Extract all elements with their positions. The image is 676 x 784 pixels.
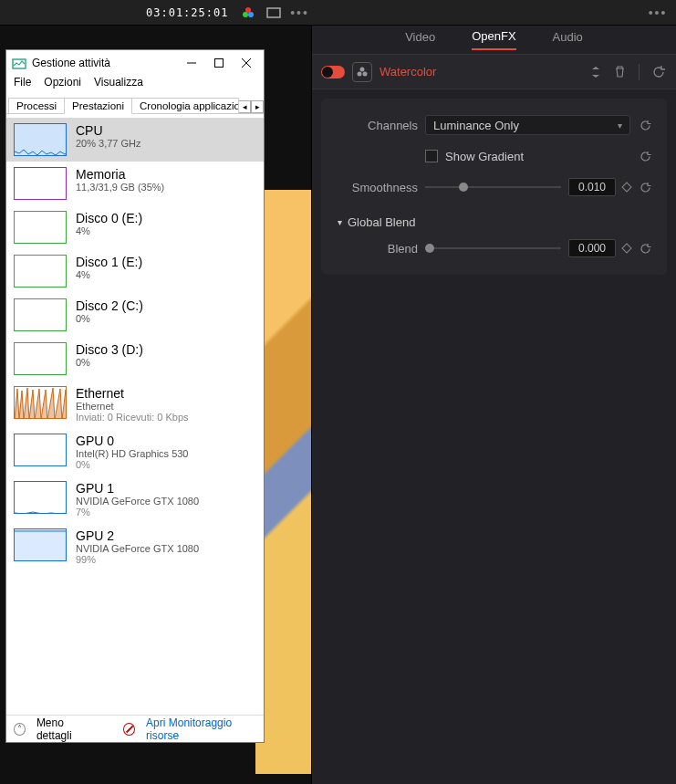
- perf-text: GPU 2NVIDIA GeForce GTX 108099%: [76, 528, 199, 565]
- task-manager-window: Gestione attività File Opzioni Visualizz…: [5, 49, 265, 743]
- fx-body: Channels Luminance Only ▾ Show Gradient …: [321, 99, 667, 275]
- svg-point-0: [245, 7, 251, 13]
- perf-item-gpu-1[interactable]: GPU 1NVIDIA GeForce GTX 10807%: [6, 476, 264, 523]
- perf-graph: [14, 167, 67, 200]
- perf-graph: [14, 481, 67, 514]
- perf-graph: [14, 255, 67, 287]
- reset-smoothness-icon[interactable]: [638, 180, 652, 194]
- perf-item-ethernet[interactable]: EthernetEthernetInviati: 0 Ricevuti: 0 K…: [6, 381, 264, 428]
- tab-video[interactable]: Video: [405, 30, 435, 49]
- more-icon[interactable]: •••: [286, 0, 312, 26]
- chevron-down-icon: ▾: [618, 120, 622, 131]
- perf-item-disco-2-c-[interactable]: Disco 2 (C:)0%: [6, 293, 264, 337]
- fx-enable-toggle[interactable]: [321, 66, 345, 78]
- footer: ˄ Meno dettagli Apri Monitoraggio risors…: [6, 715, 264, 742]
- svg-point-2: [248, 12, 254, 17]
- minimize-button[interactable]: [178, 53, 205, 73]
- perf-graph: [14, 386, 67, 419]
- channels-value: Luminance Only: [433, 119, 519, 132]
- tab-scroll-right[interactable]: ▸: [251, 100, 264, 113]
- color-wheel-icon[interactable]: [235, 0, 261, 26]
- menu-file[interactable]: File: [14, 76, 31, 94]
- svg-point-4: [360, 67, 365, 71]
- show-gradient-checkbox[interactable]: [425, 150, 438, 162]
- blend-value[interactable]: [568, 239, 616, 257]
- perf-graph: [14, 298, 67, 331]
- menu-options[interactable]: Opzioni: [44, 76, 81, 94]
- perf-graph: [14, 211, 67, 244]
- smoothness-label: Smoothness: [336, 181, 418, 194]
- performance-list: CPU20% 3,77 GHzMemoria11,3/31,9 GB (35%)…: [6, 114, 264, 715]
- tab-scroll-left[interactable]: ◂: [238, 100, 251, 113]
- chevron-down-icon: ▾: [338, 217, 342, 227]
- menu-bar: File Opzioni Visualizza: [6, 76, 264, 94]
- inspector-panel: Video OpenFX Audio Watercolor Channels L…: [311, 26, 676, 784]
- global-blend-label: Global Blend: [348, 215, 415, 229]
- menu-view[interactable]: Visualizza: [94, 76, 143, 94]
- timecode: 03:01:25:01: [146, 6, 228, 19]
- window-title: Gestione attività: [32, 57, 178, 69]
- perf-text: Disco 3 (D:)0%: [76, 342, 143, 368]
- channels-label: Channels: [336, 119, 418, 132]
- resource-monitor-icon: [123, 723, 135, 736]
- reset-all-icon[interactable]: [650, 64, 667, 80]
- perf-text: Disco 1 (E:)4%: [76, 255, 142, 280]
- perf-graph: [14, 434, 67, 466]
- perf-item-disco-3-d-[interactable]: Disco 3 (D:)0%: [6, 337, 264, 381]
- svg-point-6: [363, 71, 368, 76]
- open-resource-monitor[interactable]: Apri Monitoraggio risorse: [146, 716, 256, 742]
- tab-app-history[interactable]: Cronologia applicazioni: [131, 98, 239, 113]
- perf-text: Memoria11,3/31,9 GB (35%): [76, 167, 164, 193]
- svg-point-1: [243, 12, 248, 17]
- blend-slider[interactable]: [425, 247, 561, 249]
- reset-channels-icon[interactable]: [638, 118, 652, 132]
- perf-item-disco-1-e-[interactable]: Disco 1 (E:)4%: [6, 249, 264, 293]
- tab-strip: Processi Prestazioni Cronologia applicaz…: [6, 94, 264, 114]
- perf-text: EthernetEthernetInviati: 0 Ricevuti: 0 K…: [76, 386, 189, 423]
- perf-text: CPU20% 3,77 GHz: [76, 123, 141, 149]
- perf-item-memoria[interactable]: Memoria11,3/31,9 GB (35%): [6, 162, 264, 205]
- channels-combo[interactable]: Luminance Only ▾: [425, 115, 630, 135]
- titlebar[interactable]: Gestione attività: [6, 50, 264, 76]
- fx-header: Watercolor: [312, 55, 676, 89]
- perf-item-disco-0-e-[interactable]: Disco 0 (E:)4%: [6, 205, 264, 249]
- perf-graph: [14, 528, 67, 561]
- trash-icon[interactable]: [611, 64, 628, 80]
- blend-label: Blend: [336, 242, 418, 256]
- expand-icon[interactable]: [588, 64, 604, 80]
- taskmgr-icon: [12, 56, 26, 70]
- display-icon[interactable]: [261, 0, 286, 26]
- resolve-top-bar: 03:01:25:01 ••• •••: [0, 0, 676, 26]
- reset-gradient-icon[interactable]: [638, 149, 652, 163]
- inspector-tabs: Video OpenFX Audio: [312, 26, 676, 55]
- perf-text: GPU 0Intel(R) HD Graphics 5300%: [76, 434, 189, 470]
- show-gradient-label: Show Gradient: [445, 150, 630, 163]
- keyframe-smoothness-icon[interactable]: [621, 182, 631, 192]
- fx-plugin-icon[interactable]: [352, 62, 372, 82]
- tab-audio[interactable]: Audio: [553, 30, 583, 49]
- perf-item-gpu-2[interactable]: GPU 2NVIDIA GeForce GTX 108099%: [6, 523, 264, 570]
- perf-text: GPU 1NVIDIA GeForce GTX 10807%: [76, 481, 199, 517]
- tab-processes[interactable]: Processi: [8, 98, 65, 113]
- reset-blend-icon[interactable]: [638, 241, 652, 256]
- smoothness-slider[interactable]: [425, 186, 561, 188]
- perf-graph: [14, 123, 67, 156]
- more-right-icon[interactable]: •••: [645, 0, 671, 26]
- chevron-up-icon[interactable]: ˄: [14, 723, 26, 736]
- svg-point-5: [358, 71, 362, 76]
- svg-rect-3: [267, 8, 280, 17]
- close-button[interactable]: [233, 53, 260, 73]
- tab-openfx[interactable]: OpenFX: [472, 29, 515, 50]
- global-blend-header[interactable]: ▾ Global Blend: [338, 215, 650, 229]
- svg-rect-9: [215, 59, 224, 68]
- keyframe-blend-icon[interactable]: [621, 243, 631, 253]
- smoothness-value[interactable]: [568, 178, 616, 196]
- perf-item-cpu[interactable]: CPU20% 3,77 GHz: [6, 118, 264, 162]
- tab-performance[interactable]: Prestazioni: [64, 98, 132, 114]
- maximize-button[interactable]: [205, 53, 233, 73]
- svg-rect-7: [13, 59, 26, 68]
- perf-item-gpu-0[interactable]: GPU 0Intel(R) HD Graphics 5300%: [6, 428, 264, 476]
- fewer-details-button[interactable]: Meno dettagli: [36, 716, 96, 742]
- perf-graph: [14, 342, 67, 375]
- fx-name: Watercolor: [380, 65, 580, 78]
